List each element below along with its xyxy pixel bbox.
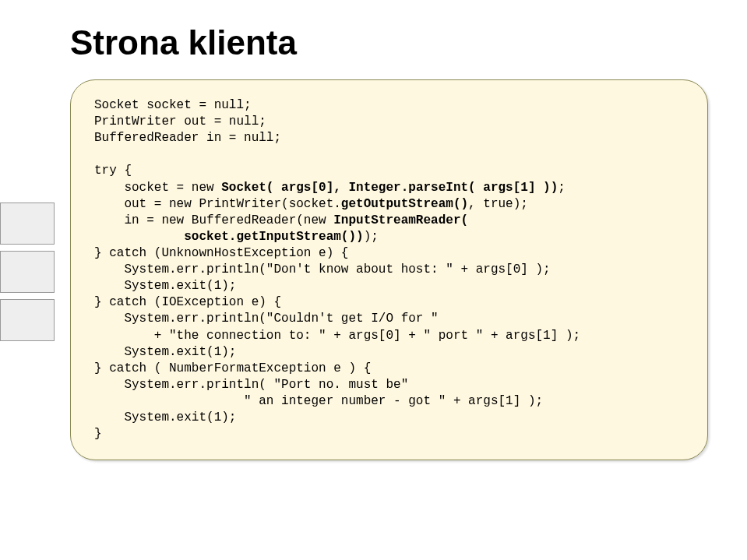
code-block: Socket socket = null; PrintWriter out = … [70,79,708,460]
slide-content: Strona klienta Socket socket = null; Pri… [0,0,747,460]
sidebar-block [0,251,55,293]
sidebar-block [0,299,55,341]
code-text: Socket socket = null; PrintWriter out = … [94,97,684,442]
sidebar-decoration [0,203,55,341]
slide-title: Strona klienta [70,23,708,62]
sidebar-block [0,203,55,245]
